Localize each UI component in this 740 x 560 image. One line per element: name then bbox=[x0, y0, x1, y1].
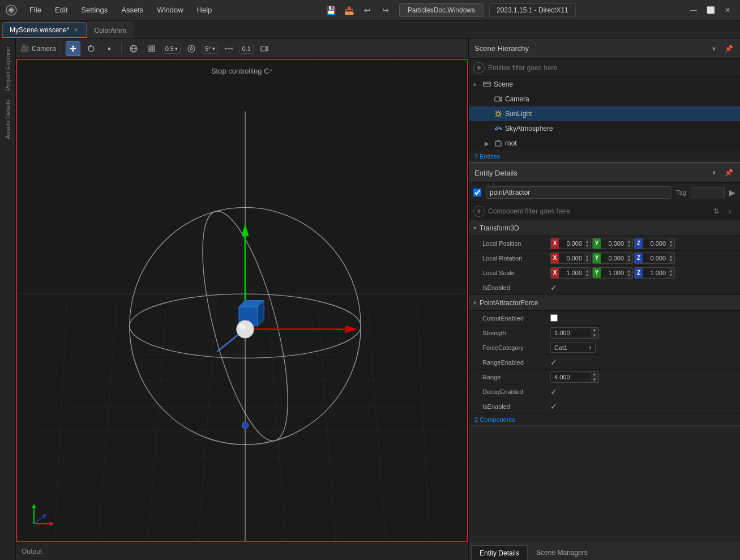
tab-coloranim[interactable]: ColorAnim bbox=[87, 22, 133, 38]
range-arrows[interactable]: ▲▼ bbox=[591, 372, 598, 382]
local-scale-z-input[interactable] bbox=[643, 270, 668, 276]
undo-button[interactable]: ↩ bbox=[360, 2, 375, 18]
menu-edit[interactable]: Edit bbox=[49, 3, 73, 16]
cutoutenabled-checkbox[interactable] bbox=[550, 314, 558, 322]
local-position-z-input[interactable] bbox=[643, 240, 668, 247]
local-position-x-input[interactable] bbox=[559, 240, 584, 247]
tree-item-skyatmosphere[interactable]: SkyAtmosphere bbox=[469, 121, 740, 136]
local-rotation-y-field: Y ▲▼ bbox=[592, 253, 633, 264]
svg-line-77 bbox=[500, 116, 501, 117]
collapse-details-button[interactable]: ▾ bbox=[708, 167, 720, 178]
local-position-value: X ▲▼ Y ▲▼ Z bbox=[550, 238, 735, 249]
sidebar-item-assets-details[interactable]: Assets Details bbox=[3, 96, 12, 143]
local-position-z-spin[interactable]: ▲▼ bbox=[668, 238, 674, 249]
local-scale-x-input[interactable] bbox=[559, 270, 584, 276]
transform-isenabled-row: IsEnabled ✓ bbox=[469, 280, 740, 295]
menu-settings[interactable]: Settings bbox=[75, 3, 113, 16]
decayenabled-check: ✓ bbox=[550, 387, 557, 396]
collapse-hierarchy-button[interactable]: ▾ bbox=[708, 43, 720, 54]
hierarchy-tree: ▾ Scene Camer bbox=[469, 77, 740, 151]
pointattractorforce-header[interactable]: ▾ PointAttractorForce bbox=[469, 295, 740, 311]
comp-filter-icons: ⇅ ↕ bbox=[711, 206, 735, 217]
local-rotation-x-input[interactable] bbox=[559, 255, 584, 262]
local-position-row: Local Position X ▲▼ Y ▲▼ bbox=[469, 236, 740, 251]
angle-dropdown[interactable]: 5° ▾ bbox=[202, 44, 218, 54]
btab-entity-details[interactable]: Entity Details bbox=[471, 545, 528, 560]
restore-button[interactable]: ⬜ bbox=[703, 2, 718, 18]
paf-collapse-icon: ▾ bbox=[473, 300, 476, 306]
menu-help[interactable]: Help bbox=[191, 3, 218, 16]
minimize-button[interactable]: — bbox=[686, 2, 701, 18]
local-position-y-spin[interactable]: ▲▼ bbox=[626, 238, 632, 249]
rz-label: Z bbox=[635, 253, 643, 263]
local-rotation-z-spin[interactable]: ▲▼ bbox=[668, 253, 674, 263]
local-rotation-x-spin[interactable]: ▲▼ bbox=[584, 253, 591, 263]
save-button[interactable]: 💾 bbox=[323, 2, 339, 18]
run-entity-icon[interactable]: ▶ bbox=[729, 188, 735, 197]
local-scale-value: X ▲▼ Y ▲▼ Z bbox=[550, 267, 735, 279]
tree-item-scene[interactable]: ▾ Scene bbox=[469, 77, 740, 92]
close-button[interactable]: ✕ bbox=[720, 2, 735, 18]
btab-scene-managers[interactable]: Scene Managers bbox=[528, 545, 596, 560]
entities-filter-input[interactable] bbox=[488, 64, 735, 72]
local-position-y-input[interactable] bbox=[601, 240, 626, 247]
tab-myscene[interactable]: MyScene.wescene* ✕ bbox=[2, 22, 87, 38]
doc-name-button[interactable]: ParticlesDoc.Windows bbox=[399, 3, 484, 17]
sidebar-item-project-explorer[interactable]: Project Explorer bbox=[3, 43, 12, 94]
svg-point-47 bbox=[130, 207, 361, 444]
svg-line-28 bbox=[99, 297, 117, 541]
svg-point-48 bbox=[130, 294, 361, 358]
filter-options-icon[interactable]: ↕ bbox=[724, 206, 735, 217]
tab-myscene-label: MyScene.wescene* bbox=[10, 26, 69, 34]
local-scale-z-spin[interactable]: ▲▼ bbox=[668, 268, 674, 278]
scene-hierarchy-title: Scene Hierarchy bbox=[474, 44, 529, 53]
angle-toggle-button[interactable] bbox=[184, 41, 199, 56]
rx-label: X bbox=[551, 253, 559, 263]
strength-arrows[interactable]: ▲▼ bbox=[591, 328, 598, 338]
local-scale-y-spin[interactable]: ▲▼ bbox=[626, 268, 632, 278]
distance-toggle-button[interactable] bbox=[221, 41, 236, 56]
tree-item-camera[interactable]: Camera bbox=[469, 92, 740, 106]
camera-options-button[interactable] bbox=[257, 41, 272, 56]
local-rotation-y-input[interactable] bbox=[601, 255, 626, 262]
rotate-tool-button[interactable] bbox=[84, 41, 99, 56]
redo-button[interactable]: ↪ bbox=[378, 2, 393, 18]
pin-details-button[interactable]: 📌 bbox=[723, 167, 734, 178]
svg-marker-54 bbox=[345, 326, 358, 334]
add-component-button[interactable]: + bbox=[473, 206, 485, 217]
menu-file[interactable]: File bbox=[24, 3, 47, 16]
transform3d-header[interactable]: ▾ Transform3D bbox=[469, 220, 740, 236]
local-scale-x-spin[interactable]: ▲▼ bbox=[584, 268, 591, 278]
range-input[interactable] bbox=[551, 374, 591, 381]
menu-window[interactable]: Window bbox=[151, 3, 189, 16]
entity-name-input[interactable] bbox=[486, 186, 671, 199]
distance-dropdown[interactable]: 0.1 bbox=[239, 44, 254, 54]
tag-input[interactable] bbox=[691, 187, 725, 198]
menu-assets[interactable]: Assets bbox=[116, 3, 149, 16]
components-scroll-area[interactable]: ▾ Transform3D Local Position X ▲▼ bbox=[469, 220, 740, 542]
forcecategory-dropdown[interactable]: Cat1 ▾ bbox=[550, 343, 596, 353]
local-scale-y-input[interactable] bbox=[601, 270, 626, 276]
add-entity-button[interactable]: + bbox=[473, 62, 485, 74]
local-rotation-row: Local Rotation X ▲▼ Y ▲▼ bbox=[469, 251, 740, 266]
strength-input[interactable] bbox=[551, 330, 591, 336]
share-button[interactable]: 📤 bbox=[341, 2, 357, 18]
scale-tool-button[interactable] bbox=[102, 41, 117, 56]
tree-item-root[interactable]: ▶ root bbox=[469, 136, 740, 151]
snap-button[interactable] bbox=[144, 41, 159, 56]
local-rotation-z-input[interactable] bbox=[643, 255, 668, 262]
entity-enabled-checkbox[interactable] bbox=[473, 189, 481, 196]
viewport[interactable]: Stop controlling C↑ bbox=[16, 59, 468, 542]
world-space-button[interactable] bbox=[126, 41, 141, 56]
tree-item-sunlight[interactable]: SunLight bbox=[469, 106, 740, 121]
local-rotation-y-spin[interactable]: ▲▼ bbox=[626, 253, 632, 263]
local-position-x-spin[interactable]: ▲▼ bbox=[584, 238, 591, 249]
y-label: Y bbox=[593, 238, 601, 249]
tab-myscene-close[interactable]: ✕ bbox=[72, 26, 79, 33]
filter-sort-icon[interactable]: ⇅ bbox=[711, 206, 722, 217]
pin-hierarchy-button[interactable]: 📌 bbox=[723, 43, 734, 54]
speed-dropdown[interactable]: 0.5 ▾ bbox=[162, 44, 181, 54]
move-tool-button[interactable] bbox=[66, 41, 80, 56]
comp-filter-input[interactable] bbox=[488, 207, 707, 215]
svg-rect-3 bbox=[108, 48, 110, 50]
